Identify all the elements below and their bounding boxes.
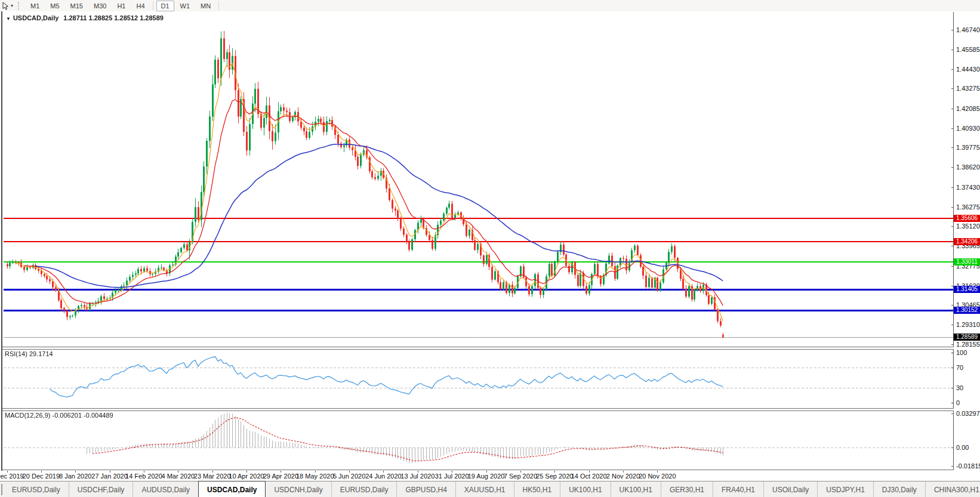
timeframe-button-d1[interactable]: D1 bbox=[156, 1, 174, 11]
tab-dj30-daily[interactable]: DJ30,Daily bbox=[873, 481, 925, 497]
date-axis-label: 7 Sep 2020 bbox=[504, 473, 537, 480]
macd-axis-tick: 0.00 bbox=[956, 444, 969, 451]
tab-uk100-h1[interactable]: UK100,H1 bbox=[611, 481, 661, 497]
date-axis-label: 4 Mar 2020 bbox=[161, 473, 195, 480]
tab-usoil-daily[interactable]: USOil,Daily bbox=[763, 481, 817, 497]
toolbar-grip-handle[interactable] bbox=[18, 2, 21, 10]
date-axis-label: 13 Jul 2020 bbox=[400, 473, 434, 480]
date-axis-label: 29 Apr 2020 bbox=[263, 473, 298, 480]
price-axis-tick: 1.40930 bbox=[956, 125, 980, 132]
tab-fra40-h1[interactable]: FRA40,H1 bbox=[713, 481, 763, 497]
rsi-axis-tick: 0 bbox=[956, 399, 960, 406]
rsi-axis-tick: 30 bbox=[956, 384, 963, 391]
tab-usdjpy-h1[interactable]: USDJPY,H1 bbox=[817, 481, 873, 497]
symbol-tabs: EURUSD,DailyUSDCHF,DailyAUDUSD,DailyUSDC… bbox=[4, 481, 980, 497]
timeframe-button-mn[interactable]: MN bbox=[196, 1, 215, 11]
rsi-indicator-canvas[interactable] bbox=[4, 349, 954, 408]
chart-ohlc-values: 1.28711 1.28825 1.28512 1.28589 bbox=[63, 14, 164, 21]
date-axis-label: 24 Jun 2020 bbox=[365, 473, 402, 480]
date-axis-label: 10 Apr 2020 bbox=[229, 473, 264, 480]
tab-usdchf-daily[interactable]: USDCHF,Daily bbox=[69, 481, 133, 497]
date-axis-label: 14 Feb 2020 bbox=[125, 473, 162, 480]
cursor-tool-dropdown-icon[interactable]: ▾ bbox=[11, 3, 13, 8]
hline-price-badge[interactable]: 1.35606 bbox=[954, 215, 980, 222]
date-axis-label: 20 Dec 2019 bbox=[23, 473, 60, 480]
current-price-badge: 1.28589 bbox=[954, 334, 980, 341]
tab-gbpusd-h4[interactable]: GBPUSD,H4 bbox=[396, 481, 455, 497]
tabbar-grip bbox=[1, 484, 2, 495]
price-axis-tick: 1.35120 bbox=[956, 223, 980, 230]
price-axis-tick: 1.37430 bbox=[956, 184, 980, 191]
tab-eurusd-daily[interactable]: EURUSD,Daily bbox=[4, 481, 69, 497]
date-axis: 2 Dec 201920 Dec 20198 Jan 202027 Jan 20… bbox=[0, 471, 954, 481]
date-axis-label: 2 Dec 2019 bbox=[0, 473, 24, 480]
price-axis-tick: 1.36275 bbox=[956, 203, 980, 211]
price-axis-tick: 1.38620 bbox=[956, 163, 980, 171]
panel-separator[interactable] bbox=[2, 347, 954, 350]
date-axis-label: 31 Jul 2020 bbox=[435, 473, 469, 480]
timeframe-button-m5[interactable]: M5 bbox=[45, 1, 64, 11]
cursor-arrow-icon bbox=[2, 2, 10, 10]
tab-audusd-daily[interactable]: AUDUSD,Daily bbox=[132, 481, 198, 497]
hline-price-badge[interactable]: 1.31405 bbox=[954, 286, 980, 293]
macd-indicator-label: MACD(12,26,9) -0.006201 -0.004489 bbox=[5, 412, 113, 419]
tab-china300-h1[interactable]: CHINA300,H1 bbox=[925, 481, 980, 497]
macd-axis-tick: 0.032972 bbox=[956, 410, 980, 417]
price-axis-tick: 1.44430 bbox=[956, 66, 980, 73]
chart-bottom-border bbox=[2, 470, 954, 470]
price-axis-tick: 1.28155 bbox=[956, 341, 980, 348]
rsi-indicator-label: RSI(14) 29.1714 bbox=[5, 350, 53, 357]
hline-price-badge[interactable]: 1.30152 bbox=[954, 307, 980, 314]
tab-xauusd-h1[interactable]: XAUUSD,H1 bbox=[455, 481, 514, 497]
chart-left-border bbox=[1, 11, 2, 471]
collapse-triangle-icon[interactable]: ▼ bbox=[6, 16, 11, 21]
timeframe-button-m30[interactable]: M30 bbox=[89, 1, 111, 11]
tab-usdcad-daily[interactable]: USDCAD,Daily bbox=[198, 481, 266, 497]
tab-eurusd-daily[interactable]: EURUSD,Daily bbox=[331, 481, 397, 497]
tab-ger30-h1[interactable]: GER30,H1 bbox=[661, 481, 713, 497]
chart-title: ▼USDCAD,Daily1.28711 1.28825 1.28512 1.2… bbox=[6, 14, 164, 21]
price-axis-tick: 1.43275 bbox=[956, 85, 980, 92]
price-chart-canvas[interactable] bbox=[4, 12, 954, 347]
date-axis-label: 8 Jan 2020 bbox=[59, 473, 91, 480]
date-axis-label: 5 Jun 2020 bbox=[333, 473, 365, 480]
timeframe-buttons: M1M5M15M30H1H4D1W1MN bbox=[25, 1, 221, 11]
date-axis-label: 25 Sep 2020 bbox=[536, 473, 573, 480]
cursor-tool-icon[interactable] bbox=[2, 2, 10, 10]
macd-indicator-canvas[interactable] bbox=[4, 410, 954, 470]
date-axis-label: 18 May 2020 bbox=[296, 473, 334, 480]
price-axis-tick: 1.29310 bbox=[956, 321, 980, 328]
tab-uk100-h1[interactable]: UK100,H1 bbox=[560, 481, 610, 497]
hline-price-badge[interactable]: 1.33011 bbox=[954, 258, 980, 266]
chart-toolbar: ▾ M1M5M15M30H1H4D1W1MN bbox=[0, 0, 980, 12]
timeframe-button-h1[interactable]: H1 bbox=[112, 1, 130, 11]
trading-app-window: ▾ M1M5M15M30H1H4D1W1MN ▼USDCAD,Daily1.28… bbox=[0, 0, 980, 497]
rsi-axis-tick: 100 bbox=[956, 349, 967, 356]
toolbar-separator bbox=[153, 1, 153, 10]
macd-axis-tick: -0.018154 bbox=[956, 462, 980, 470]
toolbar-separator bbox=[218, 1, 219, 10]
date-axis-label: 23 Mar 2020 bbox=[194, 473, 231, 480]
date-axis-label: 14 Oct 2020 bbox=[571, 473, 607, 480]
price-axis-tick: 1.45585 bbox=[956, 46, 980, 53]
price-axis-tick: 1.46740 bbox=[956, 26, 980, 33]
tab-usdcnh-daily[interactable]: USDCNH,Daily bbox=[266, 481, 331, 497]
tab-hk50-h1[interactable]: HK50,H1 bbox=[514, 481, 560, 497]
timeframe-button-w1[interactable]: W1 bbox=[175, 1, 195, 11]
price-axis-tick: 1.42085 bbox=[956, 105, 980, 112]
rsi-axis-tick: 70 bbox=[956, 364, 963, 371]
timeframe-button-m15[interactable]: M15 bbox=[66, 1, 88, 11]
hline-price-badge[interactable]: 1.34206 bbox=[954, 238, 980, 245]
date-axis-label: 27 Jan 2020 bbox=[91, 473, 128, 480]
date-axis-label: 20 Nov 2020 bbox=[639, 473, 676, 480]
chart-symbol-label: USDCAD,Daily bbox=[13, 14, 58, 21]
chart-region: ▼USDCAD,Daily1.28711 1.28825 1.28512 1.2… bbox=[0, 11, 980, 471]
timeframe-button-h4[interactable]: H4 bbox=[131, 1, 149, 11]
date-axis-label: 19 Aug 2020 bbox=[468, 473, 505, 480]
price-axis-tick: 1.39775 bbox=[956, 144, 980, 151]
symbol-tab-bar: EURUSD,DailyUSDCHF,DailyAUDUSD,DailyUSDC… bbox=[0, 481, 980, 497]
panel-separator[interactable] bbox=[2, 408, 954, 411]
date-axis-label: 2 Nov 2020 bbox=[606, 473, 640, 480]
timeframe-button-m1[interactable]: M1 bbox=[26, 1, 44, 11]
